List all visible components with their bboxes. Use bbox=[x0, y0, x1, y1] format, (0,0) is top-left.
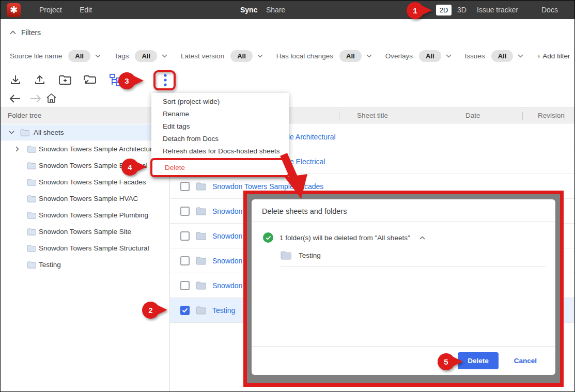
menu-item-refresh-dates[interactable]: Refresh dates for Docs-hosted sheets bbox=[151, 145, 289, 158]
filter-value-pill[interactable]: All bbox=[339, 50, 362, 62]
chevron-up-icon[interactable] bbox=[419, 236, 425, 240]
chevron-down-icon[interactable] bbox=[518, 54, 523, 58]
filter-issues[interactable]: Issues All bbox=[465, 50, 524, 62]
folder-icon bbox=[27, 195, 36, 202]
menu-item-sort[interactable]: Sort (project-wide) bbox=[151, 96, 289, 108]
success-check-icon bbox=[263, 232, 273, 243]
column-divider bbox=[458, 112, 458, 120]
folder-icon bbox=[27, 261, 36, 269]
forward-icon[interactable] bbox=[29, 94, 42, 103]
tree-item-label[interactable]: Snowdon Towers Sample Structural bbox=[39, 244, 149, 252]
move-to-folder-icon[interactable] bbox=[83, 73, 97, 87]
folder-icon bbox=[27, 212, 36, 219]
app-logo-icon[interactable]: ✱ bbox=[7, 3, 21, 17]
app-window: ✱ Project Edit Sync Share 2D 3D Issue tr… bbox=[0, 0, 575, 392]
annotation-arrow-to-modal bbox=[278, 153, 310, 202]
folder-icon bbox=[196, 207, 206, 215]
upload-icon[interactable] bbox=[33, 73, 46, 87]
filter-value-pill[interactable]: All bbox=[68, 50, 90, 62]
chevron-down-icon[interactable] bbox=[446, 54, 452, 58]
filter-overlays[interactable]: Overlays All bbox=[385, 50, 452, 62]
menu-docs[interactable]: Docs bbox=[541, 1, 558, 19]
menu-project[interactable]: Project bbox=[39, 1, 62, 19]
chevron-down-icon[interactable] bbox=[162, 54, 167, 58]
delete-modal-inset: Delete sheets and folders 1 folder(s) wi… bbox=[243, 191, 564, 387]
add-filter-button[interactable]: + Add filter bbox=[537, 52, 570, 60]
filters-header[interactable]: Filters bbox=[10, 28, 41, 37]
column-divider bbox=[565, 112, 565, 120]
folder-icon bbox=[27, 179, 36, 186]
callout-5: 5 bbox=[438, 353, 464, 371]
folder-tree-header: Folder tree bbox=[8, 108, 41, 123]
folder-link[interactable]: Testing bbox=[212, 306, 235, 315]
filter-source-file-name[interactable]: Source file name All bbox=[10, 50, 101, 62]
folder-icon bbox=[27, 245, 36, 252]
column-revision[interactable]: Revision bbox=[538, 108, 565, 123]
new-folder-icon[interactable] bbox=[58, 73, 72, 87]
column-sheet-title[interactable]: Sheet title bbox=[357, 108, 388, 123]
row-checkbox[interactable] bbox=[180, 207, 190, 216]
menu-sync[interactable]: Sync bbox=[240, 1, 257, 19]
tree-item-label[interactable]: Snowdon Towers Sample Plumbing bbox=[39, 211, 148, 219]
menu-item-rename[interactable]: Rename bbox=[151, 108, 289, 120]
filters-label: Filters bbox=[21, 28, 41, 37]
chevron-down-icon[interactable] bbox=[95, 54, 101, 58]
tree-item-site[interactable]: Snowdon Towers Sample Site bbox=[1, 224, 169, 240]
folder-icon bbox=[196, 281, 206, 290]
dialog-status-row: 1 folder(s) will be deleted from "All sh… bbox=[263, 232, 555, 243]
toggle-3d[interactable]: 3D bbox=[457, 1, 467, 19]
tree-item-label[interactable]: Snowdon Towers Sample Architectural bbox=[39, 145, 158, 153]
menu-issue-tracker[interactable]: Issue tracker bbox=[477, 1, 518, 19]
menu-edit[interactable]: Edit bbox=[80, 1, 92, 19]
tree-item-label[interactable]: Testing bbox=[39, 261, 61, 269]
filter-has-local-changes[interactable]: Has local changes All bbox=[276, 50, 372, 62]
filter-value-pill[interactable]: All bbox=[230, 50, 253, 62]
filter-value-pill[interactable]: All bbox=[491, 50, 514, 62]
chevron-down-icon[interactable] bbox=[9, 131, 14, 134]
folder-icon bbox=[20, 129, 29, 136]
chevron-down-icon[interactable] bbox=[366, 54, 372, 58]
tree-item-structural[interactable]: Snowdon Towers Sample Structural bbox=[1, 240, 169, 256]
tree-item-label[interactable]: All sheets bbox=[34, 129, 64, 136]
row-checkbox[interactable] bbox=[180, 281, 190, 290]
filter-row: Source file name All Tags All Latest ver… bbox=[10, 50, 570, 62]
cancel-button[interactable]: Cancel bbox=[514, 357, 537, 365]
tree-item-hvac[interactable]: Snowdon Towers Sample HVAC bbox=[1, 191, 169, 207]
filter-latest-version[interactable]: Latest version All bbox=[181, 50, 263, 62]
menu-item-delete[interactable]: Delete bbox=[152, 164, 185, 171]
menu-item-edit-tags[interactable]: Edit tags bbox=[151, 120, 289, 133]
column-date[interactable]: Date bbox=[465, 108, 480, 123]
tree-item-all-sheets[interactable]: All sheets bbox=[1, 124, 169, 140]
chevron-down-icon[interactable] bbox=[257, 54, 263, 58]
top-bar: ✱ Project Edit Sync Share 2D 3D Issue tr… bbox=[1, 1, 574, 19]
tree-item-plumbing[interactable]: Snowdon Towers Sample Plumbing bbox=[1, 207, 169, 223]
dialog-folder-row: Testing bbox=[281, 251, 546, 266]
row-checkbox[interactable] bbox=[180, 182, 190, 191]
chevron-right-icon[interactable] bbox=[15, 146, 19, 152]
tree-item-testing[interactable]: Testing bbox=[1, 257, 169, 273]
chevron-up-icon bbox=[10, 30, 16, 35]
tree-item-architectural[interactable]: Snowdon Towers Sample Architectural bbox=[1, 141, 169, 157]
folder-icon bbox=[27, 228, 36, 236]
callout-2: 2 bbox=[142, 302, 169, 319]
home-icon[interactable] bbox=[46, 93, 57, 104]
menu-share[interactable]: Share bbox=[266, 1, 285, 19]
filter-value-pill[interactable]: All bbox=[135, 50, 157, 62]
toggle-2d[interactable]: 2D bbox=[436, 5, 452, 15]
menu-item-detach[interactable]: Detach from Docs bbox=[151, 133, 289, 145]
dialog-footer: Delete Cancel bbox=[252, 346, 555, 375]
row-checkbox[interactable] bbox=[180, 256, 190, 265]
download-icon[interactable] bbox=[9, 73, 22, 87]
back-icon[interactable] bbox=[9, 94, 21, 103]
filter-tags[interactable]: Tags All bbox=[114, 50, 167, 62]
row-checkbox-checked[interactable] bbox=[180, 306, 190, 315]
folder-icon bbox=[196, 232, 206, 240]
row-checkbox[interactable] bbox=[180, 231, 190, 241]
annotation-box-more-options bbox=[153, 70, 176, 90]
tree-item-label[interactable]: Snowdon Towers Sample Site bbox=[39, 228, 131, 236]
folder-icon bbox=[27, 162, 36, 169]
tree-item-label[interactable]: Snowdon Towers Sample HVAC bbox=[39, 195, 138, 202]
tree-item-facades[interactable]: Snowdon Towers Sample Facades bbox=[1, 174, 169, 190]
filter-value-pill[interactable]: All bbox=[419, 50, 441, 62]
tree-item-label[interactable]: Snowdon Towers Sample Facades bbox=[39, 178, 146, 186]
